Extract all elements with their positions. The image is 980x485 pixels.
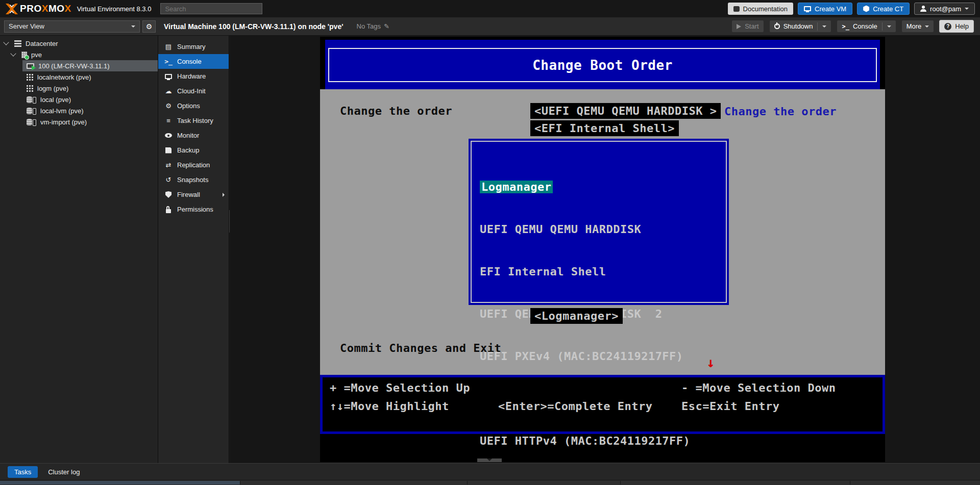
uefi-help-band: + =Move Selection Up - =Move Selection D… [320,375,885,434]
help-complete-entry: <Enter>=Complete Entry [498,400,652,413]
create-ct-button[interactable]: Create CT [857,3,910,15]
list-icon: ≡ [164,117,173,124]
datacenter-icon [14,40,21,42]
more-button[interactable]: More [901,20,935,33]
popup-item: EFI Internal Shell [480,263,690,280]
eye-icon [165,133,172,138]
history-icon: ↺ [164,176,173,184]
help-exit-entry: Esc=Exit Entry [681,400,779,413]
summary-icon: ▤ [164,43,173,50]
chevron-down-icon[interactable] [887,25,891,28]
divider [817,22,818,31]
vnc-toolbar-handle[interactable] [477,458,502,462]
tree-item-datacenter[interactable]: Datacenter [0,38,158,49]
create-vm-button[interactable]: Create VM [798,3,852,15]
uefi-shell-entry: <EFI Internal Shell> [530,120,679,136]
shutdown-button[interactable]: Shutdown [769,20,832,33]
cube-icon [863,6,869,12]
monitor-icon [165,74,172,79]
help-move-down: - =Move Selection Down [681,381,836,394]
popup-item: UEFI QEMU QEMU HARDDISK [480,221,690,238]
menu-item-summary[interactable]: ▤Summary [158,39,229,54]
console-button[interactable]: >_ Console [837,20,896,33]
view-selector[interactable]: Server View [4,20,140,33]
question-icon: ? [944,23,951,30]
tasks-grid-header-sliver [0,480,980,485]
power-icon [774,23,780,29]
menu-item-options[interactable]: ⚙Options [158,98,229,113]
user-icon [920,6,926,12]
terminal-icon: >_ [842,23,849,30]
popup-item: UEFI PXEv4 (MAC:BC24119217FF) [480,348,690,365]
resource-tree: Datacenter pve 100 (LM-CR-VW-3.11.1) loc… [0,36,158,463]
chevron-down-icon[interactable] [822,25,826,28]
terminal-icon: >_ [164,58,173,65]
chevron-down-icon [131,25,135,28]
divider [882,22,883,31]
uefi-body: Change the order <UEFI QEMU QEMU HARDDIS… [320,89,885,375]
brand-text: PROXMOX [20,3,71,14]
tree-item-localnetwork[interactable]: localnetwork (pve) [0,71,158,83]
shield-icon [165,191,172,198]
tree-item-vm-100[interactable]: 100 (LM-CR-VW-3.11.1) [0,60,158,71]
uefi-order-label: Change the order [340,105,452,117]
tree-item-local[interactable]: local (pve) [0,94,158,105]
scroll-down-arrow-icon: ↓ [706,354,715,370]
storage-icon [27,96,32,103]
start-button[interactable]: Start [731,20,764,33]
tree-item-vm-import[interactable]: vm-import (pve) [0,116,158,127]
menu-item-backup[interactable]: Backup [158,143,229,158]
menu-item-hardware[interactable]: Hardware [158,69,229,84]
status-bar: Tasks Cluster log [0,463,980,480]
user-menu-button[interactable]: root@pam [914,3,975,15]
popup-item-selected: Logmanager [480,178,690,195]
documentation-button[interactable]: Documentation [728,3,793,15]
uefi-help-bar: + =Move Selection Up - =Move Selection D… [323,377,883,431]
menu-item-cloud-init[interactable]: ☁Cloud-Init [158,84,229,98]
play-icon [737,24,741,29]
proxmox-logo: PROXMOX Virtual Environment 8.3.0 [5,3,151,14]
menu-item-snapshots[interactable]: ↺Snapshots [158,172,229,187]
console-panel: Change Boot Order Change the order <UEFI… [230,36,980,463]
help-move-highlight: ↑↓=Move Highlight [330,400,449,413]
search-input[interactable] [160,3,262,14]
floppy-icon [165,147,172,154]
monitor-icon [804,6,811,11]
cluster-log-button[interactable]: Cluster log [48,468,80,476]
network-icon [27,85,28,87]
version-text: Virtual Environment 8.3.0 [77,5,152,13]
top-header: PROXMOX Virtual Environment 8.3.0 Docume… [0,0,980,17]
submenu-arrow-icon [223,193,225,197]
tree-item-pve[interactable]: pve [0,49,158,60]
tasks-button[interactable]: Tasks [8,466,38,478]
node-icon [21,52,27,58]
uefi-order-hint: Change the order [724,105,837,118]
uefi-commit-label: Commit Changes and Exit [340,342,501,354]
menu-item-replication[interactable]: ⇄Replication [158,158,229,172]
vnc-console-canvas[interactable]: Change Boot Order Change the order <UEFI… [320,37,885,462]
vm-icon [27,63,34,69]
uefi-title-band: Change Boot Order [325,40,880,89]
tree-item-local-lvm[interactable]: local-lvm (pve) [0,105,158,116]
menu-item-task-history[interactable]: ≡Task History [158,113,229,128]
settings-gear-button[interactable]: ⚙ [142,20,156,33]
tags-area: No Tags ✎ [357,22,389,30]
proxmox-x-icon [5,4,18,14]
menu-item-permissions[interactable]: Permissions [158,202,229,217]
uefi-logmanager-entry: <Logmanager> [530,308,623,324]
tree-item-logm[interactable]: logm (pve) [0,83,158,94]
cloud-icon: ☁ [164,87,173,95]
uefi-selected-boot-entry: <UEFI QEMU QEMU HARDDISK > [530,103,721,119]
network-icon [27,74,28,75]
expander-icon[interactable] [3,39,9,45]
chevron-down-icon [965,8,969,10]
menu-item-monitor[interactable]: Monitor [158,128,229,143]
menu-item-console[interactable]: >_Console [158,54,229,69]
tags-label: No Tags [357,22,381,30]
menu-item-firewall[interactable]: Firewall [158,187,229,202]
help-button[interactable]: ? Help [939,20,974,33]
expander-icon[interactable] [10,50,16,56]
help-move-up: + =Move Selection Up [330,381,470,394]
lock-icon [166,209,171,213]
pencil-icon[interactable]: ✎ [384,22,389,30]
